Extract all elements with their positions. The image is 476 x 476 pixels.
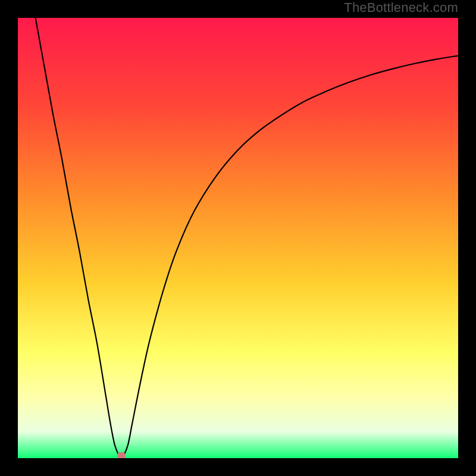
optimum-marker [117, 452, 126, 458]
plot-area [18, 18, 458, 458]
chart-frame: TheBottleneck.com [0, 0, 476, 476]
watermark-text: TheBottleneck.com [344, 0, 458, 15]
bottleneck-curve [18, 18, 458, 458]
